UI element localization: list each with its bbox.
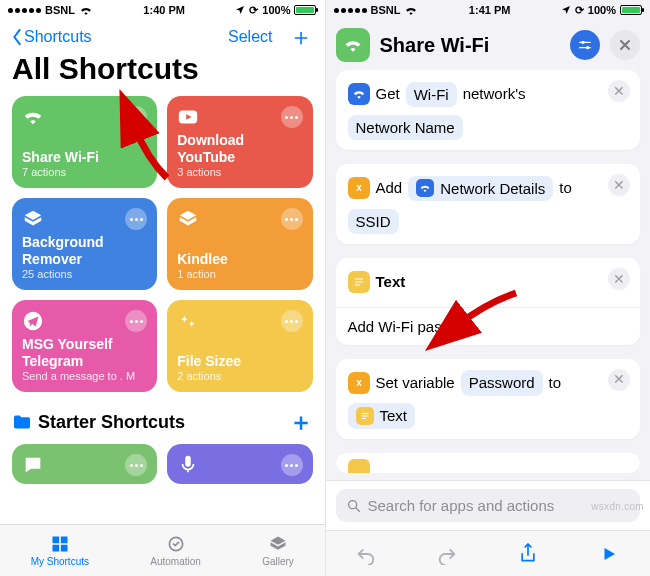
clock: 1:40 PM: [143, 4, 185, 16]
section-title: Starter Shortcuts: [38, 412, 185, 433]
tab-bar: My Shortcuts Automation Gallery: [0, 524, 325, 576]
action-text[interactable]: Text ✕ Add Wi-Fi passwor: [336, 258, 641, 345]
wifi-action-icon: [348, 83, 370, 105]
page-title: All Shortcuts: [0, 50, 325, 96]
shortcuts-app-screen: BSNL 1:40 PM ⟳ 100% Shortcuts Select ＋ A…: [0, 0, 326, 576]
action-text: network's: [463, 80, 526, 109]
carrier-label: BSNL: [45, 4, 75, 16]
add-shortcut-button[interactable]: ＋: [289, 29, 313, 45]
tile-msg-telegram[interactable]: MSG Yourself TelegramSend a message to .…: [12, 300, 157, 392]
param-network-details[interactable]: Network Details: [408, 176, 553, 202]
run-button[interactable]: [597, 542, 621, 566]
undo-button[interactable]: [354, 542, 378, 566]
shortcut-editor-screen: BSNL 1:41 PM ⟳ 100% Share Wi-Fi Get Wi-F…: [326, 0, 651, 576]
tile-more-button[interactable]: [125, 106, 147, 128]
action-get-wifi[interactable]: Get Wi-Fi network's Network Name ✕: [336, 70, 641, 150]
clock: 1:41 PM: [469, 4, 511, 16]
editor-toolbar: [326, 530, 651, 576]
tile-more-button[interactable]: [281, 310, 303, 332]
param-network-name[interactable]: Network Name: [348, 115, 463, 141]
tile-background-remover[interactable]: Background Remover25 actions: [12, 198, 157, 290]
battery-icon: [294, 5, 316, 15]
select-button[interactable]: Select: [228, 28, 272, 46]
layers-icon: [22, 208, 44, 230]
add-starter-button[interactable]: ＋: [289, 406, 313, 438]
tile-title: MSG Yourself Telegram: [22, 336, 147, 370]
chevron-left-icon: [12, 29, 22, 45]
watermark: wsxdn.com: [591, 501, 644, 512]
tile-sub: 7 actions: [22, 166, 147, 178]
shortcut-icon[interactable]: [336, 28, 370, 62]
battery-percent: 100%: [262, 4, 290, 16]
param-ssid[interactable]: SSID: [348, 209, 399, 235]
tab-label: Automation: [150, 556, 201, 567]
close-icon: [619, 39, 631, 51]
text-input-value[interactable]: Add Wi-Fi passwor: [336, 308, 641, 345]
delete-action-button[interactable]: ✕: [608, 369, 630, 391]
tile-starter-1[interactable]: [12, 444, 157, 484]
action-text: to: [549, 369, 562, 398]
action-add-to-ssid[interactable]: x Add Network Details to SSID ✕: [336, 164, 641, 244]
wifi-pill-icon: [416, 179, 434, 197]
delete-action-button[interactable]: ✕: [608, 80, 630, 102]
tile-more-button[interactable]: [125, 208, 147, 230]
tab-automation[interactable]: Automation: [150, 534, 201, 567]
tile-kindlee[interactable]: Kindlee1 action: [167, 198, 312, 290]
action-peek[interactable]: [336, 453, 641, 473]
tile-title: Download YouTube: [177, 132, 302, 166]
settings-button[interactable]: [570, 30, 600, 60]
wifi-icon: [404, 5, 418, 15]
status-bar: BSNL 1:41 PM ⟳ 100%: [326, 0, 651, 20]
mic-icon: [177, 454, 199, 476]
tab-my-shortcuts[interactable]: My Shortcuts: [31, 534, 89, 567]
automation-icon: [164, 534, 188, 554]
folder-icon: [12, 414, 32, 430]
param-wifi[interactable]: Wi-Fi: [406, 82, 457, 108]
battery-icon: [620, 5, 642, 15]
tile-more-button[interactable]: [281, 454, 303, 476]
param-password[interactable]: Password: [461, 370, 543, 396]
delete-action-button[interactable]: ✕: [608, 174, 630, 196]
wifi-icon: [343, 35, 363, 55]
share-button[interactable]: [516, 542, 540, 566]
svg-text:x: x: [356, 182, 362, 193]
tile-more-button[interactable]: [125, 454, 147, 476]
actions-list: Get Wi-Fi network's Network Name ✕ x Add…: [326, 70, 651, 473]
action-text: to: [559, 174, 572, 203]
tile-title: Kindlee: [177, 251, 302, 268]
starter-section-header[interactable]: Starter Shortcuts ＋: [0, 392, 325, 440]
tile-share-wifi[interactable]: Share Wi-Fi7 actions: [12, 96, 157, 188]
tile-title: Share Wi-Fi: [22, 149, 147, 166]
shortcut-title[interactable]: Share Wi-Fi: [380, 34, 561, 57]
signal-icon: [8, 8, 41, 13]
tile-download-youtube[interactable]: Download YouTube3 actions: [167, 96, 312, 188]
location-icon: [235, 5, 245, 15]
action-set-variable[interactable]: x Set variable Password to Text ✕: [336, 359, 641, 439]
variable-action-icon: x: [348, 372, 370, 394]
delete-action-button[interactable]: ✕: [608, 268, 630, 290]
tile-more-button[interactable]: [281, 106, 303, 128]
signal-icon: [334, 8, 367, 13]
chat-icon: [22, 454, 44, 476]
action-head: Text: [376, 268, 406, 297]
tile-more-button[interactable]: [281, 208, 303, 230]
gallery-icon: [266, 534, 290, 554]
tile-file-sizee[interactable]: File Sizee2 actions: [167, 300, 312, 392]
param-text[interactable]: Text: [348, 403, 416, 429]
sliders-icon: [577, 37, 593, 53]
tab-gallery[interactable]: Gallery: [262, 534, 294, 567]
back-button[interactable]: Shortcuts: [12, 28, 92, 46]
search-placeholder: Search for apps and actions: [368, 497, 555, 514]
svg-text:x: x: [356, 377, 362, 388]
redo-button[interactable]: [435, 542, 459, 566]
close-button[interactable]: [610, 30, 640, 60]
tile-starter-2[interactable]: [167, 444, 312, 484]
grid-icon: [48, 534, 72, 554]
editor-header: Share Wi-Fi: [326, 20, 651, 70]
svg-point-4: [586, 46, 589, 49]
search-icon: [346, 498, 362, 514]
tile-more-button[interactable]: [125, 310, 147, 332]
back-label: Shortcuts: [24, 28, 92, 46]
tile-sub: 25 actions: [22, 268, 147, 280]
status-bar: BSNL 1:40 PM ⟳ 100%: [0, 0, 325, 20]
